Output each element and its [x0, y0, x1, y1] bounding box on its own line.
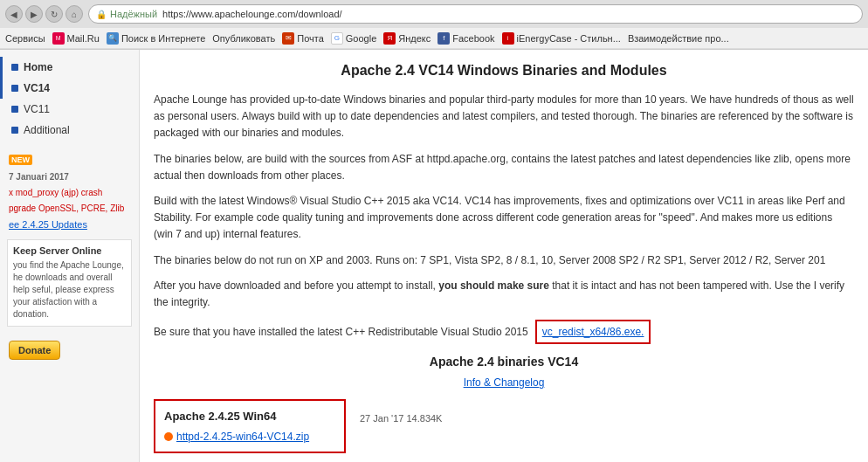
- redist-link[interactable]: vc_redist_x64/86.exe.: [542, 326, 644, 338]
- bookmark-facebook[interactable]: f Facebook: [437, 32, 494, 45]
- keep-online-title: Keep Server Online: [13, 245, 126, 256]
- sidebar-item-vc14[interactable]: VC14: [0, 78, 139, 99]
- win64-title: Apache 2.4.25 Win64: [164, 408, 335, 425]
- facebook-icon: f: [437, 32, 450, 45]
- refresh-button[interactable]: ↻: [45, 5, 63, 23]
- donate-button[interactable]: Donate: [9, 341, 60, 360]
- bookmark-mailru[interactable]: M Mail.Ru: [52, 32, 100, 45]
- bookmark-interaction[interactable]: Взаимодействие про...: [628, 33, 729, 44]
- sidebar-additional-label: Additional: [24, 124, 70, 136]
- win64-dot: [164, 432, 173, 441]
- paragraph-2: The binaries below, are build with the s…: [154, 151, 854, 184]
- back-button[interactable]: ◀: [5, 5, 23, 23]
- bookmark-label: Опубликовать: [212, 33, 275, 44]
- sidebar-news-2: pgrade OpenSSL, PCRE, Zlib: [0, 201, 139, 217]
- paragraph-5: After you have downloaded and before you…: [154, 278, 854, 311]
- bookmark-label: Google: [346, 33, 376, 44]
- bookmark-search[interactable]: 🔍 Поиск в Интернете: [107, 32, 205, 45]
- bookmark-label: Mail.Ru: [67, 33, 100, 44]
- paragraph-4: The binaries below do not run on XP and …: [154, 252, 854, 269]
- vc14-dot: [11, 85, 18, 92]
- redist-line: Be sure that you have installed the late…: [154, 320, 854, 344]
- bookmark-publish[interactable]: Опубликовать: [212, 33, 275, 44]
- sidebar-vc14-label: VC14: [24, 82, 50, 94]
- bookmark-label: Сервисы: [5, 33, 45, 44]
- mail-icon: ✉: [282, 32, 294, 45]
- sidebar-date: 7 Januari 2017: [0, 169, 139, 185]
- sidebar-item-vc11[interactable]: VC11: [0, 99, 139, 120]
- sidebar-donate-box: Keep Server Online you find the Apache L…: [7, 239, 132, 327]
- address-bar[interactable]: 🔒 Надёжный https://www.apachelounge.com/…: [88, 4, 863, 24]
- sidebar-news-1: x mod_proxy (ajp) crash: [0, 185, 139, 201]
- page-title: Apache 2.4 VC14 Windows Binaries and Mod…: [154, 60, 854, 81]
- url-text: https://www.apachelounge.com/download/: [162, 9, 341, 19]
- google-icon: G: [331, 32, 343, 45]
- browser-toolbar: ◀ ▶ ↻ ⌂ 🔒 Надёжный https://www.apachelou…: [0, 0, 868, 28]
- mailru-icon: M: [52, 32, 65, 45]
- bookmark-google[interactable]: G Google: [331, 32, 376, 45]
- binaries-title: Apache 2.4 binaries VC14: [154, 353, 854, 371]
- redist-prefix: Be sure that you have installed the late…: [154, 324, 528, 340]
- nav-buttons: ◀ ▶ ↻ ⌂: [5, 5, 83, 23]
- main-content: Apache 2.4 VC14 Windows Binaries and Mod…: [140, 50, 868, 462]
- sidebar: Home VC14 VC11 Additional NEW 7 Januari …: [0, 50, 140, 462]
- sidebar-vc11-label: VC11: [24, 103, 50, 115]
- forward-button[interactable]: ▶: [25, 5, 43, 23]
- ienergy-icon: i: [502, 32, 514, 45]
- keep-online-text: you find the Apache Lounge, he downloads…: [13, 259, 126, 321]
- changelog-anchor[interactable]: Info & Changelog: [464, 376, 545, 389]
- secure-label: Надёжный: [110, 9, 157, 19]
- sidebar-item-additional[interactable]: Additional: [0, 120, 139, 141]
- win64-link-row: httpd-2.4.25-win64-VC14.zip: [164, 429, 335, 445]
- home-button[interactable]: ⌂: [65, 5, 83, 23]
- new-badge: NEW: [9, 155, 32, 165]
- bookmark-label: Поиск в Интернете: [121, 33, 205, 44]
- bookmark-label: Facebook: [452, 33, 494, 44]
- bookmark-ienergy[interactable]: i iEnergyCase - Стильн...: [502, 32, 621, 45]
- vc11-dot: [11, 106, 18, 113]
- redist-box: vc_redist_x64/86.exe.: [535, 320, 651, 344]
- additional-dot: [11, 127, 18, 134]
- home-dot: [11, 64, 18, 71]
- paragraph-3: Build with the latest Windows® Visual St…: [154, 193, 854, 244]
- bookmarks-bar: Сервисы M Mail.Ru 🔍 Поиск в Интернете Оп…: [0, 28, 868, 49]
- win64-meta: 27 Jan '17 14.834K: [360, 411, 442, 426]
- bookmark-services[interactable]: Сервисы: [5, 33, 45, 44]
- bookmark-label: Взаимодействие про...: [628, 33, 729, 44]
- changelog-link[interactable]: Info & Changelog: [154, 375, 854, 390]
- paragraph-1: Apache Lounge has provided up-to-date Wi…: [154, 92, 854, 142]
- sidebar-item-home[interactable]: Home: [0, 57, 139, 78]
- bookmark-yandex[interactable]: Я Яндекс: [383, 32, 431, 45]
- win64-row: Apache 2.4.25 Win64 httpd-2.4.25-win64-V…: [154, 399, 854, 460]
- bookmark-label: iEnergyCase - Стильн...: [517, 33, 621, 44]
- win64-link[interactable]: httpd-2.4.25-win64-VC14.zip: [176, 429, 309, 445]
- search-icon: 🔍: [107, 32, 119, 45]
- bookmark-label: Почта: [297, 33, 324, 44]
- page-layout: Home VC14 VC11 Additional NEW 7 Januari …: [0, 50, 868, 462]
- win64-box: Apache 2.4.25 Win64 httpd-2.4.25-win64-V…: [154, 399, 346, 453]
- lock-icon: 🔒: [96, 10, 107, 19]
- bookmark-mail[interactable]: ✉ Почта: [282, 32, 324, 45]
- sidebar-home-label: Home: [24, 61, 52, 73]
- bookmark-label: Яндекс: [398, 33, 431, 44]
- browser-chrome: ◀ ▶ ↻ ⌂ 🔒 Надёжный https://www.apachelou…: [0, 0, 868, 50]
- sidebar-update-link[interactable]: ee 2.4.25 Updates: [0, 217, 139, 232]
- yandex-icon: Я: [383, 32, 396, 45]
